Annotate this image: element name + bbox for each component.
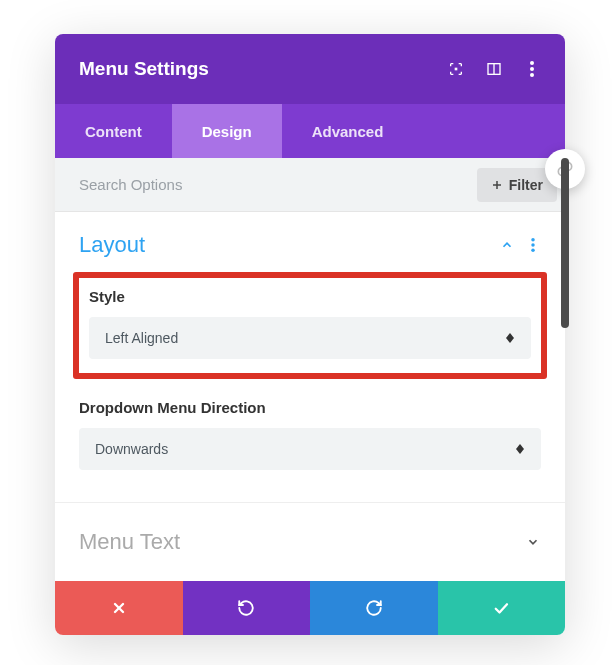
check-icon (492, 599, 510, 617)
field-style: Style Left Aligned (89, 288, 531, 359)
undo-icon (237, 599, 255, 617)
search-input[interactable] (79, 176, 477, 193)
collapse-icon[interactable] (499, 237, 515, 253)
svg-point-5 (530, 73, 534, 77)
close-icon (111, 600, 127, 616)
header-actions (447, 60, 541, 78)
undo-button[interactable] (183, 581, 311, 635)
settings-panel: Menu Settings Content Design (55, 34, 565, 635)
save-button[interactable] (438, 581, 566, 635)
tab-content[interactable]: Content (55, 104, 172, 158)
section-layout: Layout Style Left Aligned (55, 212, 565, 503)
panel-header: Menu Settings (55, 34, 565, 104)
panel-body: Layout Style Left Aligned (55, 212, 565, 581)
scrollbar-thumb[interactable] (561, 158, 569, 328)
select-style[interactable]: Left Aligned (89, 317, 531, 359)
svg-marker-14 (516, 449, 524, 454)
svg-point-8 (531, 238, 535, 242)
sort-icon (505, 331, 515, 345)
section-layout-title: Layout (79, 232, 145, 258)
cancel-button[interactable] (55, 581, 183, 635)
sort-icon (515, 442, 525, 456)
section-menu-text-title: Menu Text (79, 529, 180, 555)
tab-advanced[interactable]: Advanced (282, 104, 414, 158)
section-layout-header[interactable]: Layout (79, 232, 541, 258)
tab-design[interactable]: Design (172, 104, 282, 158)
field-direction: Dropdown Menu Direction Downwards (79, 399, 541, 470)
focus-icon[interactable] (447, 60, 465, 78)
plus-icon (491, 179, 503, 191)
more-icon[interactable] (523, 60, 541, 78)
section-menu-text[interactable]: Menu Text (55, 503, 565, 581)
field-style-label: Style (89, 288, 531, 305)
columns-icon[interactable] (485, 60, 503, 78)
svg-point-9 (531, 243, 535, 247)
redo-button[interactable] (310, 581, 438, 635)
svg-point-10 (531, 249, 535, 253)
svg-point-3 (530, 61, 534, 65)
search-row: Filter (55, 158, 565, 212)
svg-marker-12 (506, 338, 514, 343)
tab-bar: Content Design Advanced (55, 104, 565, 158)
section-menu-text-controls (525, 534, 541, 550)
section-more-icon[interactable] (525, 237, 541, 253)
select-style-value: Left Aligned (105, 330, 178, 346)
svg-rect-0 (455, 68, 458, 71)
section-layout-controls (499, 237, 541, 253)
panel-title: Menu Settings (79, 58, 447, 80)
redo-icon (365, 599, 383, 617)
expand-icon[interactable] (525, 534, 541, 550)
field-direction-label: Dropdown Menu Direction (79, 399, 541, 416)
select-direction[interactable]: Downwards (79, 428, 541, 470)
filter-label: Filter (509, 177, 543, 193)
panel-footer (55, 581, 565, 635)
svg-point-4 (530, 67, 534, 71)
highlight-style: Style Left Aligned (73, 272, 547, 379)
select-direction-value: Downwards (95, 441, 168, 457)
